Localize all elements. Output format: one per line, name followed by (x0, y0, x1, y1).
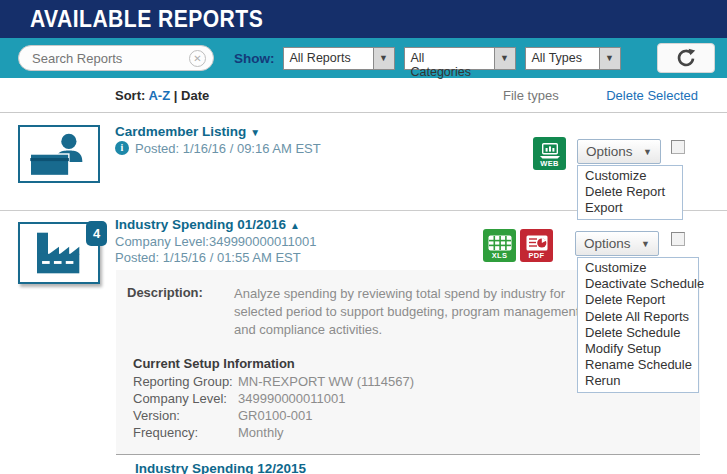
types-filter-select[interactable]: All Types ▼ (525, 47, 621, 70)
menu-item-modify-setup[interactable]: Modify Setup (578, 341, 698, 357)
options-menu: Customize Delete Report Export (577, 165, 683, 220)
setup-field-version: Version: GR0100-001 (133, 407, 700, 424)
chevron-down-icon[interactable]: ▼ (373, 48, 394, 69)
refresh-button[interactable] (657, 43, 715, 73)
chevron-down-icon[interactable]: ▼ (599, 48, 620, 69)
sort-az-link[interactable]: A-Z (148, 88, 170, 103)
cardmember-icon (24, 129, 94, 179)
document-icon (526, 235, 548, 251)
spreadsheet-icon (488, 235, 512, 251)
laptop-chart-icon (539, 143, 561, 159)
categories-filter-select[interactable]: All Categories ▼ (404, 47, 516, 70)
menu-item-customize[interactable]: Customize (578, 168, 682, 184)
sort-label: Sort: (115, 88, 145, 103)
sort-bar: Sort: A-Z | Date File types Delete Selec… (0, 78, 727, 113)
search-input[interactable] (32, 51, 189, 66)
menu-item-delete-all-reports[interactable]: Delete All Reports (578, 309, 698, 325)
description-label: Description: (127, 285, 234, 339)
chevron-down-icon: ▼ (641, 239, 650, 249)
reports-filter-value: All Reports (284, 48, 373, 69)
expand-arrow-icon[interactable]: ▲ (290, 220, 300, 231)
cardmember-report-icon (18, 125, 100, 183)
delete-selected-link[interactable]: Delete Selected (606, 88, 698, 103)
report-title[interactable]: Industry Spending 01/2016▲ (115, 217, 300, 232)
types-filter-value: All Types (526, 48, 599, 69)
options-button[interactable]: Options ▼ (575, 231, 659, 256)
search-box[interactable]: ✕ (18, 45, 214, 71)
description-text: Analyze spending by reviewing total spen… (234, 285, 586, 339)
chevron-down-icon: ▼ (643, 147, 652, 157)
sort-separator: | (174, 88, 178, 103)
xls-filetype-icon: XLS (483, 229, 516, 262)
report-row-cardmember-listing: Cardmember Listing▼ i Posted: 1/16/16 / … (0, 113, 727, 211)
file-types-label: File types (503, 88, 559, 103)
categories-filter-value: All Categories (405, 48, 494, 69)
next-report-title-partial[interactable]: Industry Spending 12/2015 (135, 461, 727, 474)
report-checkbox[interactable] (671, 140, 685, 154)
sort-date-link[interactable]: Date (181, 88, 209, 103)
filetype-label: WEB (540, 160, 558, 168)
report-count-badge: 4 (86, 221, 107, 246)
menu-item-customize[interactable]: Customize (578, 260, 698, 276)
report-checkbox[interactable] (671, 232, 685, 246)
clear-search-icon[interactable]: ✕ (189, 50, 206, 67)
menu-item-deactivate-schedule[interactable]: Deactivate Schedule (578, 276, 698, 292)
options-menu: Customize Deactivate Schedule Delete Rep… (577, 257, 699, 393)
filetype-label: XLS (492, 252, 508, 260)
app-header: AVAILABLE REPORTS (0, 0, 727, 38)
menu-item-rerun[interactable]: Rerun (578, 373, 698, 389)
menu-item-export[interactable]: Export (578, 200, 682, 216)
toolbar: ✕ Show: All Reports ▼ All Categories ▼ A… (0, 38, 727, 78)
reports-filter-select[interactable]: All Reports ▼ (283, 47, 395, 70)
setup-field-frequency: Frequency: Monthly (133, 424, 700, 441)
web-filetype-icon: WEB (533, 137, 566, 170)
show-label: Show: (234, 51, 275, 66)
collapse-arrow-icon[interactable]: ▼ (250, 127, 260, 138)
factory-icon (26, 227, 92, 279)
chevron-down-icon[interactable]: ▼ (494, 48, 515, 69)
menu-item-delete-report[interactable]: Delete Report (578, 184, 682, 200)
industry-report-icon: 4 (18, 222, 100, 284)
refresh-icon (676, 48, 696, 68)
report-row-industry-spending: 4 Industry Spending 01/2016▲ Company Lev… (0, 211, 727, 455)
posted-timestamp: Posted: 1/16/16 / 09:16 AM EST (135, 141, 321, 156)
menu-item-rename-schedule[interactable]: Rename Schedule (578, 357, 698, 373)
report-title[interactable]: Cardmember Listing▼ (115, 124, 260, 139)
company-level-text: Company Level:349990000011001 (115, 234, 316, 249)
filetype-label: PDF (529, 252, 545, 260)
sort-controls: Sort: A-Z | Date (115, 88, 209, 103)
info-icon[interactable]: i (115, 141, 129, 155)
options-button[interactable]: Options ▼ (577, 139, 661, 164)
posted-timestamp: Posted: 1/15/16 / 01:55 AM EST (115, 250, 301, 265)
pdf-filetype-icon: PDF (520, 229, 553, 262)
page-title: AVAILABLE REPORTS (30, 5, 263, 33)
menu-item-delete-report[interactable]: Delete Report (578, 292, 698, 308)
menu-item-delete-schedule[interactable]: Delete Schedule (578, 325, 698, 341)
